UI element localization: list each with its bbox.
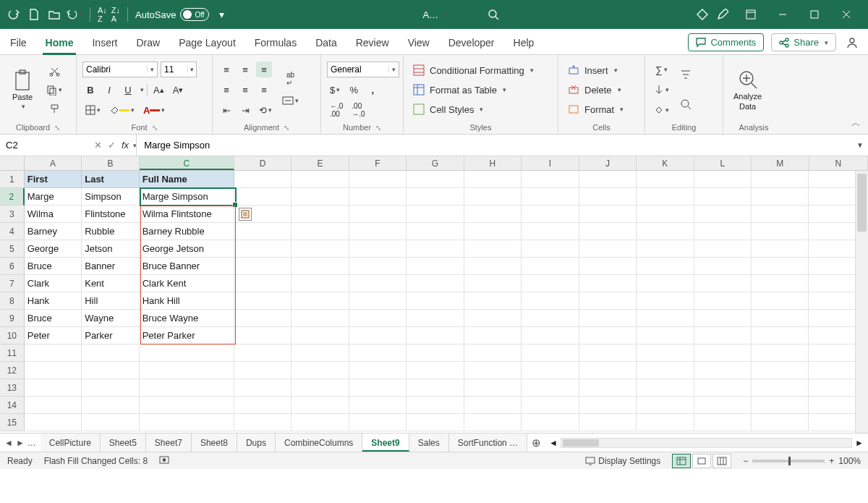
cell[interactable]: Bruce Wayne	[140, 310, 234, 327]
cell[interactable]	[292, 397, 349, 414]
cell[interactable]	[349, 414, 407, 431]
cell[interactable]	[752, 414, 809, 431]
cell[interactable]	[407, 345, 464, 362]
cell[interactable]	[234, 310, 292, 327]
sheet-nav-prev-icon[interactable]: ◄	[4, 438, 13, 448]
cell[interactable]	[579, 310, 637, 327]
cell[interactable]	[407, 223, 464, 240]
sheet-tab[interactable]: Sheet9	[362, 434, 409, 452]
cell[interactable]	[82, 397, 139, 414]
sort-desc-icon[interactable]: Z↓A	[111, 7, 120, 22]
sort-filter-icon[interactable]	[676, 63, 695, 88]
row-header[interactable]: 7	[0, 275, 25, 292]
cell[interactable]	[637, 258, 694, 275]
sheet-tab[interactable]: Sheet5	[101, 434, 146, 452]
tab-help[interactable]: Help	[511, 33, 537, 54]
select-all-corner[interactable]	[0, 156, 25, 170]
cell[interactable]	[694, 327, 752, 345]
cell[interactable]	[752, 292, 809, 310]
formula-input[interactable]	[137, 135, 852, 156]
cell[interactable]	[694, 275, 752, 292]
font-launcher-icon[interactable]: ⤡	[152, 124, 158, 132]
cell[interactable]	[694, 206, 752, 223]
cell[interactable]	[464, 171, 522, 188]
decrease-font-icon[interactable]: A▾	[170, 82, 187, 98]
cell[interactable]	[637, 362, 694, 379]
new-file-icon[interactable]	[26, 7, 42, 22]
row-header[interactable]: 2	[0, 188, 25, 206]
cell[interactable]	[522, 240, 579, 258]
cell[interactable]	[752, 258, 809, 275]
cell[interactable]: Clark Kent	[140, 275, 234, 292]
cell[interactable]: Flintstone	[82, 206, 139, 223]
sort-asc-icon[interactable]: A↓Z	[98, 7, 107, 22]
sheet-tab[interactable]: SortFunction …	[449, 434, 527, 452]
cell[interactable]	[637, 292, 694, 310]
column-header[interactable]: H	[464, 156, 522, 170]
cell[interactable]	[82, 414, 139, 431]
percent-icon[interactable]: %	[346, 82, 362, 98]
cell[interactable]	[234, 414, 292, 431]
vertical-scrollbar[interactable]	[855, 171, 868, 433]
cell[interactable]	[464, 397, 522, 414]
clear-icon[interactable]: ▾	[651, 102, 672, 118]
cell[interactable]	[752, 223, 809, 240]
cell[interactable]: George	[25, 240, 82, 258]
analyze-data-button[interactable]: Analyze Data	[729, 58, 766, 122]
account-icon[interactable]	[843, 34, 861, 51]
cell[interactable]	[234, 379, 292, 397]
cell[interactable]	[694, 397, 752, 414]
decrease-decimal-icon[interactable]: .00→.0	[349, 102, 367, 118]
increase-indent-icon[interactable]: ⇥	[237, 102, 253, 118]
display-settings-button[interactable]: Display Settings	[585, 456, 660, 466]
zoom-control[interactable]: − + 100%	[743, 456, 861, 466]
cell[interactable]	[407, 292, 464, 310]
cell[interactable]	[464, 292, 522, 310]
horizontal-scrollbar[interactable]: ◄►	[545, 438, 868, 448]
row-header[interactable]: 15	[0, 414, 25, 431]
cell[interactable]	[234, 223, 292, 240]
column-header[interactable]: E	[292, 156, 349, 170]
cell[interactable]	[407, 171, 464, 188]
cell[interactable]	[637, 310, 694, 327]
cell[interactable]	[292, 223, 349, 240]
merge-icon[interactable]: ▾	[279, 92, 302, 109]
row-header[interactable]: 10	[0, 327, 25, 345]
alignment-launcher-icon[interactable]: ⤡	[284, 124, 289, 132]
number-launcher-icon[interactable]: ⤡	[375, 124, 381, 132]
cell[interactable]	[637, 206, 694, 223]
cell[interactable]	[292, 188, 349, 206]
cell[interactable]	[292, 362, 349, 379]
cell[interactable]	[694, 310, 752, 327]
cell[interactable]: Peter	[25, 327, 82, 345]
cell[interactable]	[407, 240, 464, 258]
cell[interactable]	[579, 240, 637, 258]
cell[interactable]: George Jetson	[140, 240, 234, 258]
cell[interactable]	[349, 275, 407, 292]
cell[interactable]	[579, 292, 637, 310]
cell[interactable]	[292, 275, 349, 292]
cell[interactable]	[522, 188, 579, 206]
document-name[interactable]: A…▾	[422, 9, 448, 20]
cell[interactable]	[140, 414, 234, 431]
search-icon[interactable]	[485, 7, 501, 22]
row-header[interactable]: 6	[0, 258, 25, 275]
align-bottom-icon[interactable]: ≡	[256, 62, 272, 77]
italic-button[interactable]: I	[101, 82, 117, 98]
column-header[interactable]: N	[809, 156, 868, 170]
cell[interactable]	[464, 414, 522, 431]
cell[interactable]	[522, 275, 579, 292]
cell[interactable]	[579, 397, 637, 414]
sheet-nav-next-icon[interactable]: ►	[16, 438, 25, 448]
cell[interactable]	[694, 345, 752, 362]
cell[interactable]	[579, 223, 637, 240]
cell[interactable]	[464, 275, 522, 292]
tab-formulas[interactable]: Formulas	[252, 33, 299, 54]
cell[interactable]	[637, 345, 694, 362]
column-header[interactable]: M	[752, 156, 809, 170]
cell[interactable]	[349, 397, 407, 414]
cell[interactable]	[234, 258, 292, 275]
cell[interactable]	[637, 414, 694, 431]
cell[interactable]	[140, 362, 234, 379]
cell[interactable]	[349, 292, 407, 310]
